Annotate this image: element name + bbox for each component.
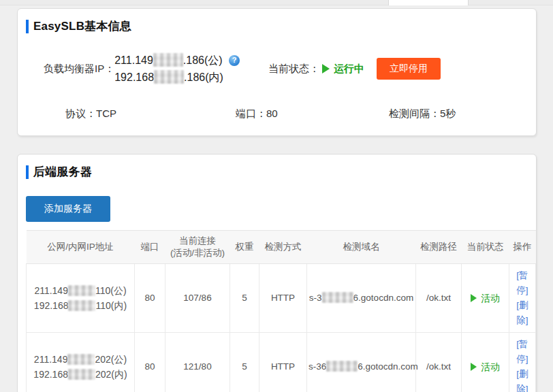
- table-header-row: 公网/内网IP地址 端口 当前连接(活动/非活动) 权重 检测方式 检测域名 检…: [27, 231, 536, 264]
- stats-row: 协议：TCP 端口：80 检测间隔：5秒: [65, 108, 528, 120]
- column-header-weight: 权重: [230, 231, 259, 264]
- server-domain-cell: s-366.gotocdn.com: [307, 333, 416, 392]
- redacted-domain-segment: [322, 292, 353, 303]
- play-icon: [322, 64, 330, 74]
- redacted-ip-segment: [68, 285, 95, 296]
- private-ip-prefix: 192.168: [114, 71, 154, 83]
- public-ip-suffix: .186(公): [183, 54, 223, 66]
- server-weight-cell: 5: [230, 333, 259, 392]
- server-ip-cell: 211.149110(公) 192.168110(内): [27, 264, 135, 333]
- column-header-path: 检测路径: [416, 231, 462, 264]
- add-server-button[interactable]: 添加服务器: [26, 196, 110, 222]
- interval-label: 检测间隔：: [389, 108, 440, 119]
- delete-link[interactable]: [删除]: [511, 298, 534, 328]
- server-domain-cell: s-36.gotocdn.com: [307, 264, 416, 333]
- servers-table: 公网/内网IP地址 端口 当前连接(活动/非活动) 权重 检测方式 检测域名 检…: [26, 230, 536, 392]
- play-icon: [471, 294, 477, 302]
- port-label: 端口：: [236, 108, 266, 119]
- protocol-value: TCP: [96, 108, 116, 119]
- server-connections-cell: 107/86: [165, 264, 230, 333]
- column-header-status: 当前状态: [462, 231, 509, 264]
- status-value: 运行中: [334, 63, 364, 76]
- protocol-stat: 协议：TCP: [65, 108, 236, 120]
- lb-info-row: 负载均衡器IP： 211.149.186(公) ? 192.168.186(内)…: [44, 52, 528, 86]
- pause-link[interactable]: [暂停]: [511, 337, 534, 367]
- backend-servers-title-row: 后端服务器: [26, 164, 528, 180]
- server-path-cell: /ok.txt: [416, 264, 462, 333]
- redacted-ip-segment: [68, 369, 95, 380]
- server-ip-cell: 211.149202(公) 192.168202(内): [27, 333, 135, 392]
- column-header-port: 端口: [135, 231, 165, 264]
- column-header-ip: 公网/内网IP地址: [27, 231, 135, 264]
- public-ip-line: 211.149.186(公) ?: [114, 52, 240, 69]
- server-connections-cell: 121/80: [165, 333, 230, 392]
- interval-stat: 检测间隔：5秒: [389, 108, 456, 120]
- lb-ip-values: 211.149.186(公) ? 192.168.186(内): [114, 52, 240, 86]
- private-ip-suffix: .186(内): [184, 71, 223, 83]
- help-icon[interactable]: ?: [229, 55, 240, 66]
- port-stat: 端口：80: [236, 108, 389, 120]
- server-method-cell: HTTP: [259, 333, 307, 392]
- title-accent-bar: [26, 20, 29, 33]
- public-ip-prefix: 211.149: [114, 54, 153, 66]
- port-value: 80: [266, 108, 278, 119]
- redacted-ip-segment: [153, 53, 183, 67]
- private-ip-line: 192.168.186(内): [114, 69, 240, 86]
- server-path-cell: /ok.txt: [416, 333, 462, 392]
- redacted-ip-segment: [154, 70, 184, 84]
- play-icon: [471, 363, 477, 371]
- active-tab-remnant: [388, 0, 469, 5]
- basic-info-panel: EasySLB基本信息 负载均衡器IP： 211.149.186(公) ? 19…: [17, 8, 537, 136]
- server-port-cell: 80: [135, 333, 165, 392]
- column-header-domain: 检测域名: [307, 231, 416, 264]
- column-header-method: 检测方式: [259, 231, 307, 264]
- redacted-ip-segment: [68, 300, 95, 311]
- lb-ip-label: 负载均衡器IP：: [44, 63, 114, 76]
- browser-tab-strip: [0, 0, 553, 5]
- interval-value: 5秒: [440, 108, 456, 119]
- column-header-connections: 当前连接(活动/非活动): [165, 231, 230, 264]
- server-status-cell: 活动: [462, 264, 509, 333]
- redacted-domain-segment: [326, 361, 358, 372]
- server-weight-cell: 5: [230, 264, 259, 333]
- panel-title: EasySLB基本信息: [33, 18, 131, 34]
- basic-info-title-row: EasySLB基本信息: [26, 18, 528, 34]
- panel-title: 后端服务器: [33, 164, 92, 180]
- table-row: 211.149202(公) 192.168202(内) 80 121/80 5 …: [27, 333, 536, 392]
- table-row: 211.149110(公) 192.168110(内) 80 107/86 5 …: [27, 264, 536, 333]
- current-status-group: 当前状态： 运行中: [268, 63, 364, 76]
- server-actions-cell: [暂停] [删除]: [509, 333, 536, 392]
- server-status-cell: 活动: [462, 333, 509, 392]
- protocol-label: 协议：: [65, 108, 96, 119]
- title-accent-bar: [26, 165, 29, 179]
- status-label: 当前状态：: [268, 63, 319, 76]
- server-port-cell: 80: [135, 264, 165, 333]
- pause-link[interactable]: [暂停]: [511, 268, 534, 298]
- redacted-ip-segment: [67, 354, 95, 365]
- server-actions-cell: [暂停] [删除]: [509, 264, 536, 333]
- server-method-cell: HTTP: [259, 264, 307, 333]
- column-header-actions: 操作: [509, 231, 536, 264]
- stop-now-button[interactable]: 立即停用: [377, 58, 441, 80]
- backend-servers-panel: 后端服务器 添加服务器 公网/内网IP地址 端口 当前连接(活动/非活动) 权重…: [17, 154, 537, 392]
- delete-link[interactable]: [删除]: [511, 367, 534, 392]
- page-content: EasySLB基本信息 负载均衡器IP： 211.149.186(公) ? 19…: [0, 5, 553, 392]
